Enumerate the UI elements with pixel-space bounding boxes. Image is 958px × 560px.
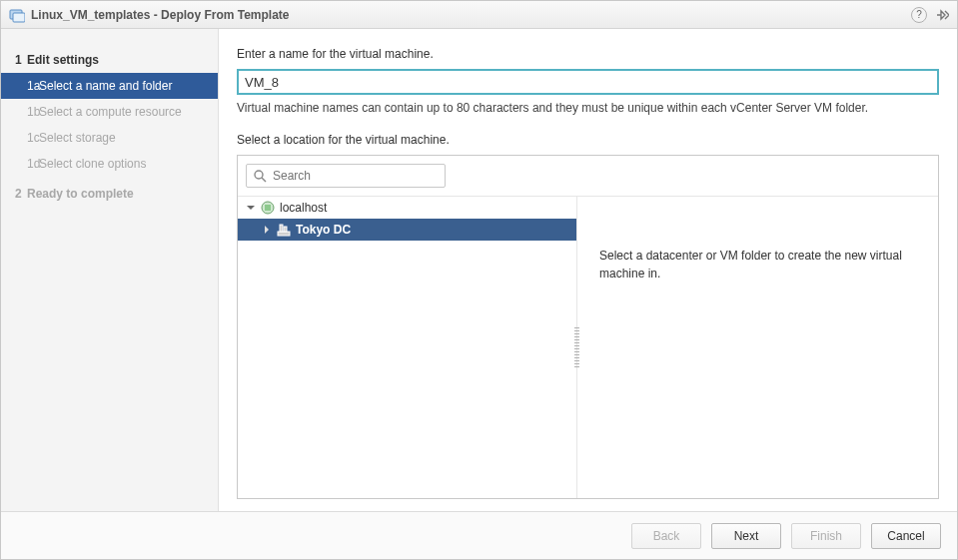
step-1-edit-settings[interactable]: 1 Edit settings — [1, 47, 218, 73]
splitter-handle[interactable] — [574, 327, 579, 367]
chevron-down-icon[interactable] — [246, 203, 256, 213]
vm-template-icon — [9, 7, 25, 23]
chevron-right-icon[interactable] — [262, 225, 272, 235]
tree-node-label: Tokyo DC — [296, 223, 351, 237]
svg-point-2 — [255, 171, 263, 179]
tree-node-datacenter[interactable]: Tokyo DC — [238, 219, 576, 241]
step-2-ready-to-complete: 2 Ready to complete — [1, 181, 218, 207]
datacenter-icon — [276, 222, 292, 238]
finish-button: Finish — [791, 523, 861, 549]
tree-node-root[interactable]: localhost — [238, 197, 576, 219]
window-title: Linux_VM_templates - Deploy From Templat… — [31, 8, 290, 22]
back-button: Back — [631, 523, 701, 549]
svg-rect-5 — [278, 232, 290, 236]
cancel-button[interactable]: Cancel — [871, 523, 941, 549]
vm-name-prompt: Enter a name for the virtual machine. — [237, 47, 939, 61]
step-1b-select-compute-resource: 1b Select a compute resource — [1, 99, 218, 125]
step-1c-select-storage: 1c Select storage — [1, 125, 218, 151]
pin-icon[interactable] — [935, 8, 949, 22]
location-prompt: Select a location for the virtual machin… — [237, 133, 939, 147]
inventory-tree[interactable]: localhost Tokyo DC — [238, 197, 577, 498]
location-box: localhost Tokyo DC — [237, 155, 939, 499]
location-description: Select a datacenter or VM folder to crea… — [599, 249, 902, 280]
main-panel: Enter a name for the virtual machine. Vi… — [219, 29, 957, 511]
step-1d-select-clone-options: 1d Select clone options — [1, 151, 218, 177]
search-icon — [253, 169, 267, 183]
help-icon[interactable]: ? — [911, 7, 927, 23]
wizard-sidebar: 1 Edit settings 1a Select a name and fol… — [1, 29, 219, 511]
wizard-footer: Back Next Finish Cancel — [1, 511, 957, 559]
location-description-pane: Select a datacenter or VM folder to crea… — [577, 197, 938, 498]
deploy-from-template-dialog: Linux_VM_templates - Deploy From Templat… — [0, 0, 958, 560]
svg-rect-1 — [13, 13, 25, 22]
vm-name-hint: Virtual machine names can contain up to … — [237, 101, 939, 115]
step-1a-select-name-folder[interactable]: 1a Select a name and folder — [1, 73, 218, 99]
vm-name-input[interactable] — [237, 69, 939, 95]
search-input[interactable] — [273, 169, 439, 183]
vcenter-icon — [260, 200, 276, 216]
tree-node-label: localhost — [280, 201, 327, 215]
svg-line-3 — [262, 178, 266, 182]
next-button[interactable]: Next — [711, 523, 781, 549]
svg-rect-6 — [280, 225, 283, 232]
title-bar: Linux_VM_templates - Deploy From Templat… — [1, 1, 957, 29]
search-field-wrap — [246, 164, 446, 188]
svg-rect-7 — [284, 227, 287, 232]
